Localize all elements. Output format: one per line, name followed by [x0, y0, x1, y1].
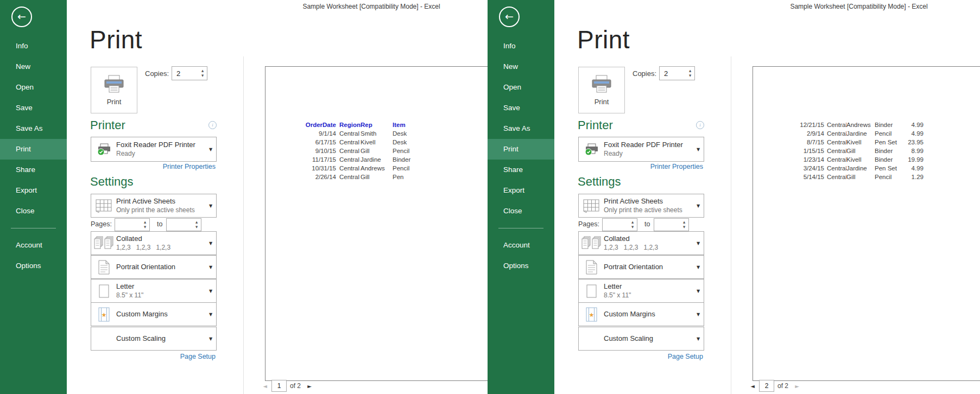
next-page-button[interactable]: ►: [793, 383, 801, 389]
sidebar-item-new[interactable]: New: [488, 56, 554, 77]
scaling-select[interactable]: Custom Scaling ▼: [91, 327, 217, 351]
current-page-input[interactable]: 1: [271, 380, 287, 392]
preview-cell: Central: [339, 147, 361, 155]
spinner-up-icon[interactable]: ▲: [144, 221, 146, 224]
collation-label: Collated: [604, 234, 693, 244]
preview-cell: 23.95: [902, 138, 924, 147]
pages-to-label: to: [644, 220, 650, 228]
printer-properties-link[interactable]: Printer Properties: [91, 163, 216, 170]
pages-to-spinner[interactable]: ▲ ▼: [192, 219, 201, 231]
sidebar-item-open[interactable]: Open: [0, 77, 67, 98]
page-setup-link[interactable]: Page Setup: [91, 353, 216, 360]
pages-from-spinner[interactable]: ▲ ▼: [141, 219, 149, 231]
back-button[interactable]: ←: [499, 7, 520, 27]
sidebar-menu: InfoNewOpenSaveSave AsPrintShareExportCl…: [0, 36, 67, 276]
preview-cell: 6/17/15: [305, 138, 336, 147]
preview-table-row: 9/10/15CentralGillPencil: [305, 147, 425, 155]
collation-select[interactable]: Collated 1,2,3 1,2,3 1,2,3 ▼: [91, 231, 217, 255]
printer-properties-link[interactable]: Printer Properties: [578, 163, 703, 170]
spinner-up-icon[interactable]: ▲: [683, 221, 685, 224]
spinner-down-icon[interactable]: ▼: [631, 226, 634, 229]
print-button[interactable]: Print: [91, 67, 137, 113]
sidebar-item-close[interactable]: Close: [488, 201, 554, 221]
preview-cell: Rep: [361, 120, 393, 129]
page-setup-link[interactable]: Page Setup: [578, 353, 703, 360]
sidebar-item-save-as[interactable]: Save As: [0, 118, 67, 139]
spinner-down-icon[interactable]: ▼: [195, 226, 198, 229]
sidebar-item-save-as[interactable]: Save As: [488, 118, 554, 139]
collation-select[interactable]: Collated 1,2,3 1,2,3 1,2,3 ▼: [578, 231, 704, 255]
sidebar-item-options[interactable]: Options: [0, 256, 67, 276]
sidebar-item-close[interactable]: Close: [0, 201, 67, 221]
sidebar-item-account[interactable]: Account: [0, 235, 67, 256]
chevron-down-icon: ▼: [693, 312, 704, 317]
preview-cell: Central: [827, 120, 846, 129]
what-to-print-label: Print Active Sheets: [604, 197, 693, 206]
preview-cell: Kivell: [846, 138, 875, 147]
pages-to-input[interactable]: ▲ ▼: [166, 218, 201, 231]
orientation-select[interactable]: Portrait Orientation ▼: [578, 255, 704, 279]
paper-size-select[interactable]: Letter 8.5" x 11" ▼: [91, 279, 217, 303]
sidebar-item-open[interactable]: Open: [488, 77, 554, 98]
printer-select[interactable]: Foxit Reader PDF Printer Ready ▼: [91, 137, 217, 162]
sidebar-item-print[interactable]: Print: [0, 139, 67, 160]
sidebar-item-info[interactable]: Info: [488, 36, 554, 56]
info-icon[interactable]: i: [208, 121, 217, 129]
margins-select[interactable]: ★ Custom Margins ▼: [91, 302, 217, 326]
prev-page-button[interactable]: ◄: [748, 383, 757, 389]
copies-stepper[interactable]: 2 ▲ ▼: [659, 66, 695, 80]
pages-to-input[interactable]: ▲ ▼: [654, 218, 689, 231]
preview-table-row: 9/1/14CentralSmithDesk: [305, 129, 425, 138]
pages-to-spinner[interactable]: ▲ ▼: [680, 219, 688, 231]
info-icon[interactable]: i: [696, 121, 704, 129]
spinner-up-icon[interactable]: ▲: [201, 69, 204, 73]
sidebar-item-export[interactable]: Export: [0, 180, 67, 201]
spinner-down-icon[interactable]: ▼: [689, 74, 691, 78]
margins-select[interactable]: ★ Custom Margins ▼: [578, 302, 704, 326]
printer-select[interactable]: Foxit Reader PDF Printer Ready ▼: [578, 137, 704, 162]
spinner-up-icon[interactable]: ▲: [631, 221, 634, 224]
preview-cell: 1/23/14: [792, 155, 824, 164]
what-to-print-select[interactable]: Print Active Sheets Only print the activ…: [578, 194, 704, 218]
collated-icon: [579, 236, 604, 250]
current-page-input[interactable]: 2: [759, 380, 774, 392]
preview-cell: Central: [827, 173, 846, 181]
pages-label: Pages:: [578, 220, 599, 228]
pages-from-input[interactable]: ▲ ▼: [602, 218, 637, 231]
sidebar-item-share[interactable]: Share: [488, 160, 554, 180]
spinner-down-icon[interactable]: ▼: [201, 74, 204, 78]
sidebar-item-save[interactable]: Save: [488, 98, 554, 118]
sidebar-item-account[interactable]: Account: [488, 235, 554, 256]
sidebar-item-info[interactable]: Info: [0, 36, 67, 56]
pages-from-spinner[interactable]: ▲ ▼: [628, 219, 637, 231]
pages-from-input[interactable]: ▲ ▼: [115, 218, 150, 231]
spinner-down-icon[interactable]: ▼: [144, 226, 146, 229]
prev-page-button[interactable]: ◄: [261, 383, 269, 389]
sidebar-item-new[interactable]: New: [0, 56, 67, 77]
copies-spinner-buttons[interactable]: ▲ ▼: [686, 67, 694, 80]
copies-spinner-buttons[interactable]: ▲ ▼: [198, 67, 207, 80]
orientation-label: Portrait Orientation: [604, 263, 693, 272]
sidebar-item-options[interactable]: Options: [488, 256, 554, 276]
next-page-button[interactable]: ►: [305, 383, 314, 389]
scaling-select[interactable]: Custom Scaling ▼: [578, 327, 704, 351]
back-button[interactable]: ←: [11, 7, 32, 27]
orientation-select[interactable]: Portrait Orientation ▼: [91, 255, 217, 279]
spinner-down-icon[interactable]: ▼: [683, 226, 685, 229]
sidebar-item-export[interactable]: Export: [488, 180, 554, 201]
spinner-up-icon[interactable]: ▲: [195, 221, 198, 224]
paper-size-select[interactable]: Letter 8.5" x 11" ▼: [578, 279, 704, 303]
preview-cell: 12/21/15: [792, 120, 824, 129]
custom-margins-icon: ★: [91, 307, 116, 322]
print-button[interactable]: Print: [578, 67, 625, 113]
preview-cell: Binder: [875, 120, 902, 129]
printer-status-icon: [579, 143, 604, 156]
svg-text:★: ★: [101, 311, 106, 318]
spinner-up-icon[interactable]: ▲: [689, 69, 691, 73]
sidebar-item-share[interactable]: Share: [0, 160, 67, 180]
copies-stepper[interactable]: 2 ▲ ▼: [172, 66, 207, 80]
sidebar-item-save[interactable]: Save: [0, 98, 67, 118]
what-to-print-select[interactable]: Print Active Sheets Only print the activ…: [91, 194, 217, 218]
scaling-label: Custom Scaling: [116, 334, 205, 344]
sidebar-item-print[interactable]: Print: [488, 139, 554, 160]
